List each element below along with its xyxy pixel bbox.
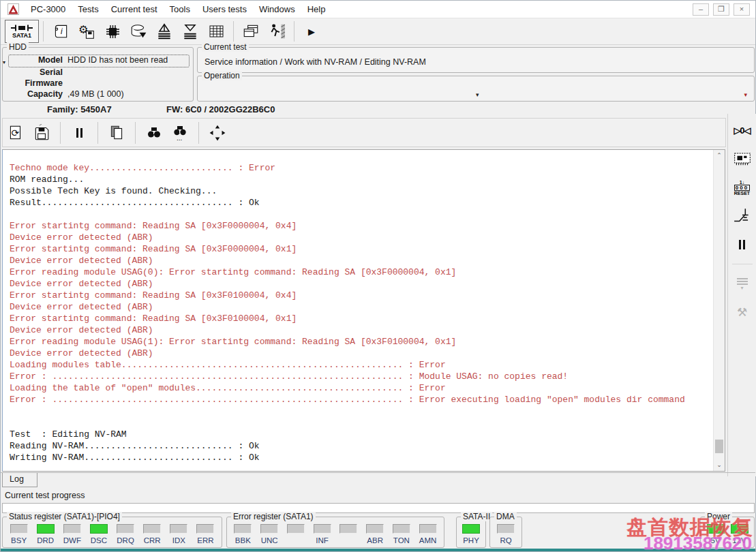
firmware-label: Firmware bbox=[7, 78, 63, 89]
grid-icon bbox=[207, 22, 225, 40]
scroll-down-button[interactable]: ⌄ bbox=[714, 459, 725, 471]
log-line: Device error detected (ABR) bbox=[10, 348, 713, 359]
fw-text: FW: 6C0 / 2002GG22B6C0 bbox=[166, 104, 275, 114]
svg-text:⟳: ⟳ bbox=[12, 127, 20, 138]
led-label: ERR bbox=[192, 536, 219, 545]
dma-group: DMA RQ bbox=[489, 517, 522, 548]
tools-button[interactable]: ⚒ bbox=[730, 300, 755, 324]
power-switch-icon bbox=[733, 206, 752, 226]
menu-help[interactable]: Help bbox=[301, 1, 332, 18]
progress-label: Current test progress bbox=[5, 491, 85, 500]
log-line: ROM reading... bbox=[10, 174, 713, 185]
led-cell: BSY bbox=[5, 524, 32, 545]
reset-drive-button[interactable]: 1↓ 000 RESET bbox=[730, 175, 755, 200]
unlabeled-led bbox=[287, 524, 305, 534]
chevron-down-icon[interactable]: ▾ bbox=[476, 91, 479, 98]
heads-up-button[interactable] bbox=[151, 20, 177, 43]
sata2-group: SATA-II PHY bbox=[456, 517, 486, 548]
family-text: Family: 5450A7 bbox=[47, 104, 112, 114]
led-label bbox=[335, 536, 362, 545]
hdd-capacity-row: Capacity ,49 MB (1 000) bbox=[7, 89, 189, 100]
windows-cascade-button[interactable] bbox=[238, 20, 264, 43]
led-cell: DSC bbox=[85, 524, 112, 545]
menu-tests[interactable]: Tests bbox=[72, 1, 104, 18]
log-line: Error startintg command: Reading SA [0x3… bbox=[10, 243, 713, 255]
menu-pc3000[interactable]: PC-3000 bbox=[25, 1, 72, 18]
drive-id-button[interactable]: i bbox=[48, 20, 74, 43]
navigate-button[interactable] bbox=[205, 121, 230, 144]
menu-windows[interactable]: Windows bbox=[253, 1, 301, 18]
firmware-value bbox=[63, 78, 67, 89]
menu-current-test[interactable]: Current test bbox=[105, 1, 164, 18]
surface-grid-button[interactable] bbox=[203, 20, 229, 43]
log-output-area[interactable]: Techno mode key.........................… bbox=[2, 149, 725, 472]
led-label: IDX bbox=[166, 536, 192, 545]
led-cell: UNC bbox=[256, 524, 283, 545]
database-icon bbox=[130, 22, 147, 40]
pause-test-button[interactable] bbox=[730, 232, 755, 257]
log-line: Error startintg command: Reading SA [0x3… bbox=[10, 313, 713, 324]
find-next-button[interactable]: ... bbox=[167, 121, 193, 144]
head-park-button[interactable]: ▷0◁ bbox=[730, 118, 755, 142]
log-line: Error : ................................… bbox=[10, 371, 713, 382]
scrollbar-thumb[interactable] bbox=[715, 440, 723, 453]
tab-log[interactable]: Log bbox=[2, 473, 37, 487]
move-arrows-icon bbox=[209, 124, 226, 142]
test-list-button[interactable]: ▾ bbox=[730, 271, 755, 296]
capacity-value: ,49 MB (1 000) bbox=[63, 89, 124, 100]
led-cell: PHY bbox=[459, 524, 483, 545]
dropdown-red-arrow-icon[interactable]: ▾ bbox=[744, 91, 747, 98]
sata-connector-icon bbox=[10, 24, 33, 32]
exit-test-button[interactable] bbox=[264, 20, 290, 43]
utility-settings-button[interactable]: ⚙ bbox=[74, 20, 100, 43]
menu-tools[interactable]: Tools bbox=[164, 1, 196, 18]
hdd-dropdown-arrow[interactable]: ▾ bbox=[1, 58, 7, 66]
log-line: Device error detected (ABR) bbox=[10, 301, 713, 313]
copy-icon bbox=[108, 124, 125, 142]
led-cell: IDX bbox=[166, 524, 192, 545]
close-button[interactable]: × bbox=[734, 3, 750, 16]
status-register-title: Status register (SATA1)-[PIO4] bbox=[7, 512, 122, 521]
unc-led bbox=[260, 524, 278, 534]
operation-combobox[interactable]: ▾ ▾ bbox=[199, 78, 753, 99]
port-sata1-button[interactable]: SATA1 bbox=[5, 20, 39, 43]
log-line: Error startintg command: Reading SA [0x3… bbox=[10, 220, 713, 232]
log-line: Reading NV-RAM..........................… bbox=[10, 440, 713, 452]
current-test-panel: Current test Service information / Work … bbox=[197, 47, 755, 73]
script-info-icon: i bbox=[52, 22, 70, 40]
tools-icon: ⚒ bbox=[737, 305, 747, 320]
log-line: Device error detected (ABR) bbox=[10, 278, 713, 290]
window-bottom-edge bbox=[1, 549, 755, 551]
scroll-up-button[interactable]: ⌃ bbox=[714, 150, 725, 162]
current-test-value: Service information / Work with NV-RAM /… bbox=[205, 57, 426, 67]
log-line: Device error detected (ABR) bbox=[10, 255, 713, 266]
bsy-led bbox=[10, 524, 28, 534]
pc-card-button[interactable] bbox=[730, 147, 755, 171]
save-log-button[interactable] bbox=[29, 121, 55, 144]
rom-chip-button[interactable] bbox=[100, 20, 125, 43]
led-cell: ERR bbox=[192, 524, 219, 545]
pc-card-icon bbox=[733, 150, 752, 168]
run-test-button[interactable]: ▶ bbox=[299, 20, 324, 43]
serial-label: Serial bbox=[7, 67, 63, 78]
restore-button[interactable]: ❐ bbox=[713, 3, 729, 16]
led-cell bbox=[283, 524, 309, 545]
crr-led bbox=[143, 524, 161, 534]
vertical-scrollbar[interactable]: ⌃ ⌄ bbox=[713, 150, 725, 471]
refresh-report-button[interactable]: ⟳ bbox=[3, 121, 29, 144]
pause-log-button[interactable] bbox=[66, 121, 92, 144]
copy-log-button[interactable] bbox=[104, 121, 130, 144]
heads-down-button[interactable] bbox=[177, 20, 203, 43]
menu-users-tests[interactable]: Users tests bbox=[196, 1, 253, 18]
log-line: Error startintg command: Reading SA [0x3… bbox=[10, 290, 713, 301]
power-switch-button[interactable] bbox=[730, 204, 755, 228]
rq-led bbox=[497, 524, 515, 534]
led-cell: INF bbox=[309, 524, 335, 545]
minimize-button[interactable]: – bbox=[693, 3, 709, 16]
data-access-button[interactable] bbox=[125, 20, 151, 43]
main-toolbar: SATA1 i ⚙ ▶ bbox=[1, 18, 755, 45]
pause-icon bbox=[739, 240, 745, 249]
find-button[interactable] bbox=[141, 121, 167, 144]
err-led bbox=[196, 524, 214, 534]
led-label: RQ bbox=[493, 536, 519, 545]
